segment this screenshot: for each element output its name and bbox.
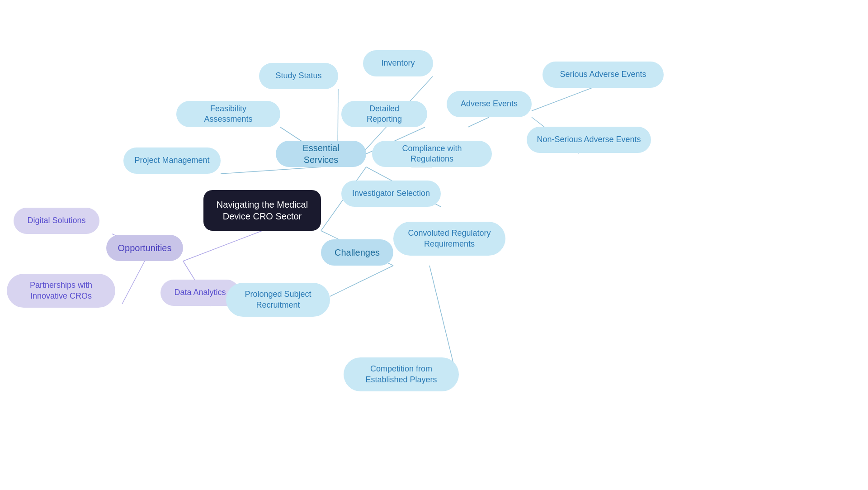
- partnerships-node: Partnerships with Innovative CROs: [7, 274, 115, 308]
- convoluted-regulatory-node: Convoluted Regulatory Requirements: [393, 222, 505, 256]
- center-node: Navigating the Medical Device CRO Sector: [203, 190, 321, 231]
- inventory-node: Inventory: [363, 50, 433, 76]
- compliance-node: Compliance with Regulations: [372, 141, 492, 167]
- svg-line-18: [429, 266, 455, 371]
- svg-line-1: [183, 231, 262, 261]
- feasibility-assessments-node: Feasibility Assessments: [176, 101, 280, 127]
- essential-services-node: Essential Services: [276, 141, 366, 167]
- adverse-events-node: Adverse Events: [447, 91, 532, 117]
- competition-node: Competition from Established Players: [344, 357, 459, 391]
- serious-adverse-events-node: Serious Adverse Events: [542, 62, 664, 88]
- study-status-node: Study Status: [259, 63, 338, 89]
- investigator-selection-node: Investigator Selection: [341, 181, 441, 207]
- svg-line-10: [468, 117, 489, 127]
- digital-solutions-node: Digital Solutions: [14, 208, 99, 234]
- opportunities-node: Opportunities: [106, 235, 183, 261]
- prolonged-subject-node: Prolonged Subject Recruitment: [226, 283, 330, 317]
- svg-line-14: [122, 261, 145, 304]
- detailed-reporting-node: Detailed Reporting: [341, 101, 427, 127]
- svg-line-17: [330, 266, 393, 296]
- project-management-node: Project Management: [123, 147, 221, 174]
- svg-line-7: [221, 167, 321, 174]
- challenges-node: Challenges: [321, 239, 393, 266]
- svg-line-11: [532, 88, 592, 111]
- non-serious-adverse-events-node: Non-Serious Adverse Events: [527, 127, 651, 153]
